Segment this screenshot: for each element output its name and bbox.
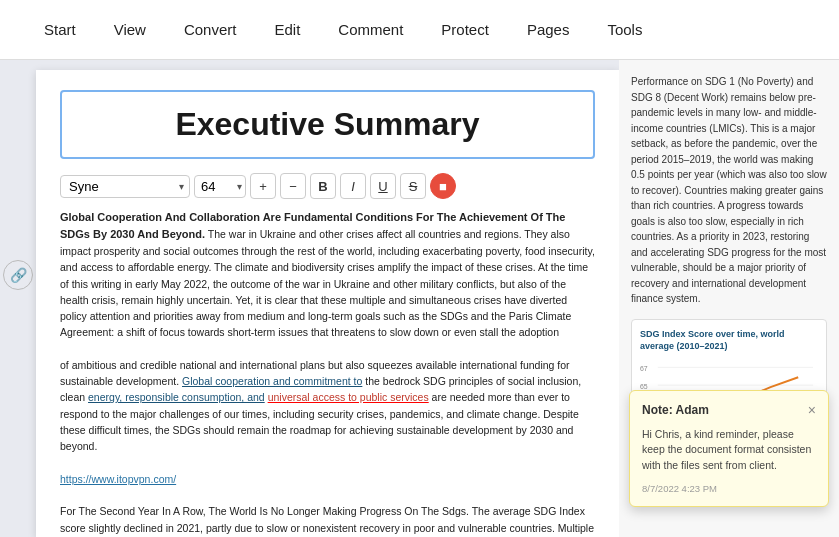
stop-button[interactable]: ■ xyxy=(430,173,456,199)
chart-title: SDG Index Score over time, world average… xyxy=(640,328,818,353)
text-toolbar: Syne 64 + − B I U S ■ xyxy=(60,173,595,199)
menu-item-convert[interactable]: Convert xyxy=(180,15,241,44)
note-title: Note: Adam xyxy=(642,401,709,419)
menu-item-pages[interactable]: Pages xyxy=(523,15,574,44)
svg-text:65: 65 xyxy=(640,383,648,390)
right-panel: Performance on SDG 1 (No Poverty) and SD… xyxy=(619,60,839,537)
menu-item-comment[interactable]: Comment xyxy=(334,15,407,44)
menu-item-start[interactable]: Start xyxy=(40,15,80,44)
document-page: Executive Summary Syne 64 + − B I U S ■ xyxy=(36,70,619,537)
font-size-select[interactable]: 64 xyxy=(194,175,246,198)
bold-button[interactable]: B xyxy=(310,173,336,199)
note-header: Note: Adam × xyxy=(642,401,816,419)
link-icon[interactable]: 🔗 xyxy=(3,260,33,290)
menu-item-edit[interactable]: Edit xyxy=(270,15,304,44)
document-body: Global Cooperation And Collaboration Are… xyxy=(60,209,595,537)
strikethrough-button[interactable]: S xyxy=(400,173,426,199)
note-popup: Note: Adam × Hi Chris, a kind reminder, … xyxy=(629,390,829,508)
paragraph-2: of ambitious and credible national and i… xyxy=(60,357,595,455)
menu-item-view[interactable]: View xyxy=(110,15,150,44)
menu-item-protect[interactable]: Protect xyxy=(437,15,493,44)
font-size-decrease-button[interactable]: − xyxy=(280,173,306,199)
italic-button[interactable]: I xyxy=(340,173,366,199)
font-select[interactable]: Syne xyxy=(60,175,190,198)
paragraph-1: The war in Ukraine and other crises affe… xyxy=(60,228,595,338)
svg-text:67: 67 xyxy=(640,365,648,372)
document-link[interactable]: https://www.itopvpn.com/ xyxy=(60,473,176,485)
note-close-button[interactable]: × xyxy=(808,403,816,417)
note-timestamp: 8/7/2022 4:23 PM xyxy=(642,482,816,496)
paragraph-3: For The Second Year In A Row, The World … xyxy=(60,503,595,537)
font-size-increase-button[interactable]: + xyxy=(250,173,276,199)
right-panel-text: Performance on SDG 1 (No Poverty) and SD… xyxy=(631,74,827,307)
left-sidebar: 🔗 xyxy=(0,60,36,537)
content-area: 🔗 Executive Summary Syne 64 + − B I U xyxy=(0,60,839,537)
document-title: Executive Summary xyxy=(175,106,479,142)
title-box: Executive Summary xyxy=(60,90,595,159)
size-select-wrap: 64 xyxy=(194,175,246,198)
underline-button[interactable]: U xyxy=(370,173,396,199)
menu-item-tools[interactable]: Tools xyxy=(603,15,646,44)
menu-bar: Start View Convert Edit Comment Protect … xyxy=(0,0,839,60)
font-select-wrap: Syne xyxy=(60,175,190,198)
note-body: Hi Chris, a kind reminder, please keep t… xyxy=(642,427,816,474)
